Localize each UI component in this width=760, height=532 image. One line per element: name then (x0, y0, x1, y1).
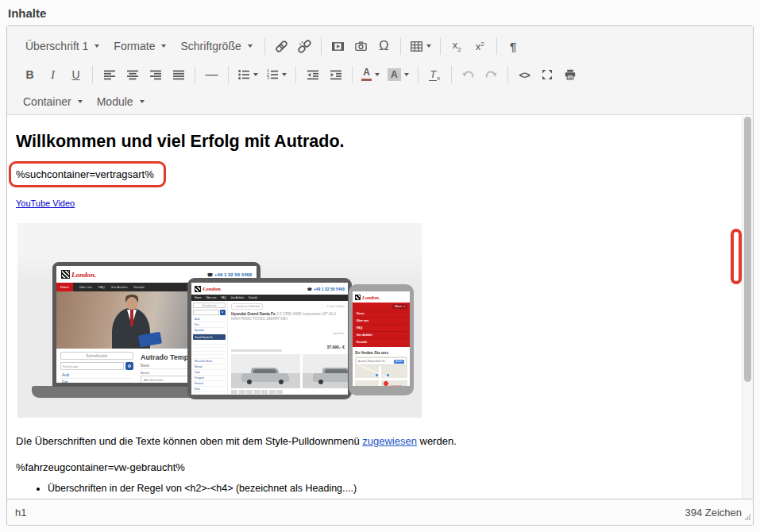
bullet-list-button[interactable] (234, 64, 261, 86)
token-paragraph: %suchcontainer=vertragsart% (16, 161, 734, 187)
mock-map-button: Anfahrt (394, 360, 404, 364)
horizontal-rule-button[interactable]: — (201, 64, 222, 86)
link-icon (275, 40, 288, 53)
mock-sidebar-link: Nissan (193, 364, 226, 370)
bullet-item: Normaler Text ist der sog. Paragraph ... (48, 496, 734, 498)
toolbar-separator (440, 37, 441, 55)
suchcontainer-token: %suchcontainer=vertragsart% (16, 168, 154, 180)
mock-car-photo (303, 354, 348, 388)
zugewiesen-link[interactable]: zugewiesen (362, 435, 417, 447)
fontsize-dropdown[interactable]: Schriftgröße (173, 37, 259, 56)
superscript-icon: x2 (476, 40, 484, 52)
undo-icon (461, 68, 475, 82)
insert-media-button[interactable] (327, 36, 349, 57)
toolbar-separator (400, 37, 401, 55)
print-button[interactable] (560, 64, 581, 86)
toolbar-row-3: Container Module (7, 88, 753, 115)
table-button[interactable] (407, 36, 434, 57)
align-justify-button[interactable] (168, 64, 189, 86)
content-bullet-list: Überschriften in der Regel von <h2>-<h4>… (16, 483, 734, 498)
mock-price-label: Unser Preis (333, 332, 345, 335)
london-logo-icon (355, 295, 361, 300)
align-left-icon (103, 68, 116, 81)
editor-statusbar: h1 394 Zeichen (7, 499, 753, 525)
code-icon: <> (519, 69, 530, 81)
text-color-button[interactable]: A (358, 64, 383, 86)
editor-content[interactable]: Willkommen und viel Erfolg mit Autrado. … (7, 115, 753, 498)
formats-label: Formate (114, 40, 155, 52)
mock-menu-item: FAQ (355, 324, 407, 331)
redo-button[interactable] (480, 64, 502, 86)
fahrzeugcontainer-token: %fahrzeugcontainer=vw-gebraucht% (16, 461, 734, 473)
editor-scrollbar[interactable] (742, 116, 753, 499)
omega-icon: Ω (379, 38, 389, 54)
toolbar-separator (92, 66, 93, 83)
align-left-button[interactable] (98, 64, 120, 86)
remove-link-button[interactable] (294, 36, 315, 57)
align-center-icon (126, 68, 139, 81)
camera-icon (354, 40, 368, 53)
bold-button[interactable]: B (19, 64, 41, 86)
clear-formatting-button[interactable]: Tx (424, 64, 446, 86)
mock-map-infobar: Autrado | Walpersdorfer Str…Anfahrt (357, 358, 406, 364)
toolbar-separator (295, 66, 296, 83)
italic-button[interactable]: I (42, 64, 64, 86)
chevron-down-icon (161, 44, 166, 48)
mock-search-input (193, 310, 219, 315)
media-icon (331, 40, 345, 53)
youtube-video-link[interactable]: YouTube Video (16, 199, 75, 208)
subscript-button[interactable]: x2 (446, 36, 468, 57)
fullscreen-icon (541, 68, 554, 81)
mock-menu-item: Kontakt (355, 338, 407, 345)
container-dropdown[interactable]: Container (18, 92, 90, 111)
rich-text-editor: Überschrift 1 Formate Schriftgröße Ω (6, 25, 754, 526)
mock-thumbnail-strip (231, 390, 345, 394)
scrollbar-thumb[interactable] (744, 117, 751, 382)
element-path[interactable]: h1 (15, 507, 26, 519)
fullscreen-button[interactable] (537, 64, 558, 86)
mock-car-photo (231, 354, 300, 388)
insert-image-button[interactable] (350, 36, 372, 57)
mock-map: Autrado | Walpersdorfer Str…Anfahrt (355, 357, 407, 386)
toolbar-separator (451, 66, 452, 83)
background-color-button[interactable]: A (384, 64, 412, 86)
superscript-button[interactable]: x2 (469, 36, 491, 57)
resize-grip[interactable] (744, 511, 751, 523)
toolbar-separator (321, 37, 322, 55)
toolbar-separator (228, 66, 229, 83)
numbered-list-button[interactable]: 123 (263, 64, 290, 86)
mock-meta-bar (231, 349, 282, 352)
undo-button[interactable] (457, 64, 479, 86)
mock-phone-number: ☎+49 1 32 56 5468 (207, 272, 252, 277)
mock-vehicle-title: Hyundai Grand Santa Fe 2.2 CRDi 4WD Impr… (231, 312, 345, 322)
module-dropdown[interactable]: Module (90, 92, 152, 111)
toolbar-row-2: B I U — 123 (7, 61, 753, 88)
mock-nav-item: Kontakt (133, 285, 145, 289)
mock-nav-item: Kontakt (249, 296, 257, 299)
magnifier-icon (128, 364, 131, 368)
chevron-down-icon (282, 73, 287, 76)
mock-search-button (220, 310, 226, 315)
hamburger-icon: ≡ (403, 305, 405, 308)
align-right-button[interactable] (145, 64, 166, 86)
chevron-down-icon (248, 44, 253, 48)
formats-dropdown[interactable]: Formate (106, 37, 173, 56)
london-logo-icon (61, 270, 70, 279)
heading-style-label: Überschrift 1 (25, 40, 88, 52)
indent-button[interactable] (325, 64, 346, 86)
toolbar-separator (507, 66, 508, 83)
chevron-down-icon (95, 44, 99, 48)
outdent-button[interactable] (302, 64, 323, 86)
heading-style-dropdown[interactable]: Überschrift 1 (18, 37, 106, 56)
underline-icon: U (71, 68, 79, 81)
paragraph-marks-button[interactable]: ¶ (503, 36, 524, 57)
special-char-button[interactable]: Ω (373, 36, 395, 57)
source-code-button[interactable]: <> (514, 64, 535, 86)
mock-nav-item: FAQ (98, 285, 105, 289)
insert-link-button[interactable] (271, 36, 292, 57)
clear-formatting-icon: Tx (429, 68, 440, 82)
indent-icon (330, 68, 342, 81)
content-image[interactable]: London. ☎+49 1 32 56 5468 Home Über uns … (17, 223, 422, 418)
underline-button[interactable]: U (65, 64, 87, 86)
align-center-button[interactable] (122, 64, 143, 86)
